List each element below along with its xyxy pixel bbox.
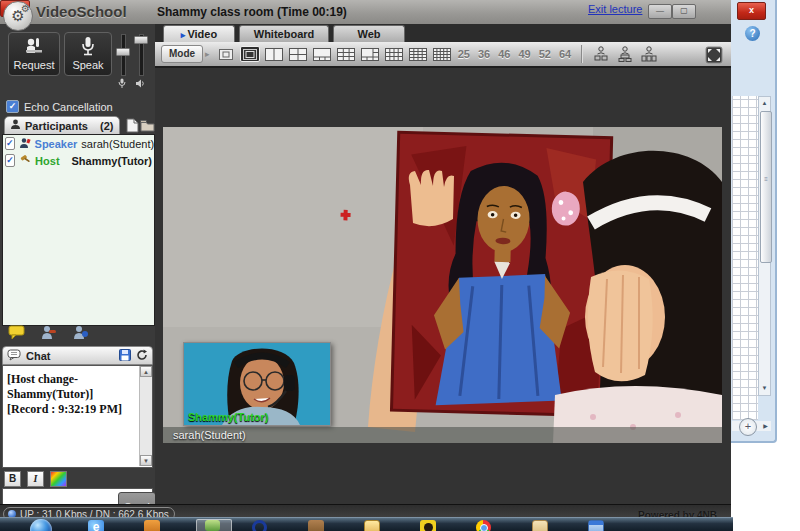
- layout-64-button[interactable]: 64: [559, 48, 571, 60]
- tab-web[interactable]: Web: [333, 25, 405, 42]
- fullscreen-icon[interactable]: [705, 46, 723, 64]
- participant-row[interactable]: ✓ Host Shammy(Tutor): [3, 152, 154, 169]
- title-bar: VideoSchool Shammy class room (Time 00:1…: [0, 0, 731, 25]
- scroll-up-icon[interactable]: ▲: [140, 366, 152, 377]
- layout-2split-icon[interactable]: [264, 46, 284, 62]
- mute-user-icon[interactable]: [40, 325, 58, 341]
- italic-button[interactable]: I: [27, 471, 44, 487]
- layout-4grid-icon[interactable]: [288, 46, 308, 62]
- layout-52-button[interactable]: 52: [539, 48, 551, 60]
- browser-scroll-down-icon[interactable]: ▼: [759, 383, 770, 394]
- participant-row[interactable]: ✓ Speaker sarah(Student): [3, 135, 154, 152]
- toolbar-separator: [581, 45, 583, 63]
- focus-plus4-icon[interactable]: [639, 46, 659, 62]
- focus-plus3-icon[interactable]: [615, 46, 635, 62]
- layout-1plus5-icon[interactable]: [360, 46, 380, 62]
- sidebar-tool-row: [8, 325, 90, 341]
- student-name-label: sarah(Student): [173, 429, 246, 441]
- speaker-icon: [134, 78, 146, 90]
- chat-header[interactable]: Chat: [2, 346, 153, 365]
- participant-name: Shammy(Tutor): [72, 155, 152, 167]
- taskbar-window-app-icon[interactable]: [588, 520, 604, 531]
- participants-count: (2): [100, 120, 113, 132]
- layout-1plus3-icon[interactable]: [312, 46, 332, 62]
- browser-zoom-button[interactable]: +: [739, 418, 757, 436]
- new-document-icon[interactable]: [126, 118, 140, 133]
- chat-message: [Record : 9:32:19 PM]: [7, 402, 138, 417]
- layout-fit-icon[interactable]: [240, 46, 260, 62]
- taskbar-videoschool-icon[interactable]: [205, 520, 220, 531]
- browser-scroll-thumb[interactable]: ≡: [760, 111, 772, 263]
- speaker-role-icon: [19, 137, 31, 151]
- app-logo-gear-icon: ⚙⚙: [3, 1, 33, 31]
- participants-icon: [10, 119, 21, 132]
- tab-whiteboard[interactable]: Whiteboard: [239, 25, 329, 42]
- participant-name: sarah(Student): [81, 138, 154, 150]
- chat-format-row: B I: [4, 471, 67, 487]
- echo-cancellation-label: Echo Cancellation: [24, 101, 113, 113]
- maximize-button[interactable]: ▢: [672, 4, 696, 19]
- speaker-volume-slider[interactable]: [134, 34, 146, 74]
- taskbar-ring-app-icon[interactable]: [252, 520, 267, 531]
- mic-slider-thumb[interactable]: [116, 48, 130, 56]
- save-chat-icon[interactable]: [119, 349, 131, 363]
- tab-video[interactable]: ▸Video: [163, 25, 235, 42]
- layout-9grid-icon[interactable]: [336, 46, 356, 62]
- taskbar-brown-app-icon[interactable]: [308, 520, 324, 531]
- taskbar-orange-app-icon[interactable]: [144, 520, 160, 531]
- layout-original-icon[interactable]: [216, 46, 236, 62]
- refresh-icon[interactable]: [136, 349, 148, 363]
- taskbar-folder-icon[interactable]: [364, 520, 380, 531]
- videoschool-window: VideoSchool Shammy class room (Time 00:1…: [0, 0, 731, 523]
- app-name: VideoSchool: [36, 3, 127, 20]
- speak-label: Speak: [72, 59, 103, 71]
- tutor-video-pip[interactable]: Shammy(Tutor): [183, 342, 331, 426]
- minimize-button[interactable]: —: [648, 4, 672, 19]
- request-label: Request: [14, 59, 55, 71]
- speak-button[interactable]: Speak: [64, 32, 112, 76]
- taskbar-ie-icon[interactable]: e: [88, 520, 104, 531]
- request-button[interactable]: Request: [8, 32, 60, 76]
- windows-taskbar: e: [0, 517, 733, 531]
- start-orb[interactable]: [30, 519, 52, 531]
- exit-lecture-link[interactable]: Exit lecture: [588, 3, 642, 15]
- private-user-icon[interactable]: [72, 325, 90, 341]
- echo-cancellation-checkbox[interactable]: ✓: [6, 100, 19, 113]
- taskbar-yellow-app-icon[interactable]: [420, 520, 436, 531]
- taskbar-folder2-icon[interactable]: [532, 520, 548, 531]
- background-browser-window: x ? ▲ ≡ ▼ ▶ +: [731, 0, 777, 443]
- scroll-down-icon[interactable]: ▼: [140, 455, 152, 466]
- speaker-slider-thumb[interactable]: [134, 36, 148, 44]
- browser-scroll-up-icon[interactable]: ▲: [759, 98, 770, 109]
- student-video-feed[interactable]: Shammy(Tutor) sarah(Student): [163, 127, 722, 443]
- chat-message-area[interactable]: [Host change-Shammy(Tutor)] [Record : 9:…: [2, 365, 153, 468]
- browser-vertical-scrollbar[interactable]: ▲ ≡ ▼: [758, 96, 771, 396]
- mode-button[interactable]: Mode: [161, 45, 203, 63]
- room-title: Shammy class room (Time 00:19): [157, 5, 347, 19]
- taskbar-chrome-icon[interactable]: [476, 520, 491, 531]
- chat-scrollbar[interactable]: ▲ ▼: [139, 366, 152, 466]
- bold-button[interactable]: B: [4, 471, 21, 487]
- chat-icon: [7, 349, 21, 363]
- chat-bubble-icon[interactable]: [8, 325, 26, 341]
- participant-checkbox[interactable]: ✓: [5, 154, 15, 167]
- layout-16grid-icon[interactable]: [408, 46, 428, 62]
- browser-help-icon[interactable]: ?: [745, 26, 760, 41]
- mic-volume-slider[interactable]: [116, 34, 128, 74]
- layout-46-button[interactable]: 46: [498, 48, 510, 60]
- participants-header[interactable]: Participants (2): [4, 116, 120, 135]
- chat-message: [Host change-Shammy(Tutor)]: [7, 372, 138, 402]
- participant-checkbox[interactable]: ✓: [5, 137, 15, 150]
- layout-49-button[interactable]: 49: [518, 48, 530, 60]
- font-color-button[interactable]: [50, 471, 67, 487]
- active-tab-arrow-icon: ▸: [181, 30, 186, 40]
- focus-plus2-icon[interactable]: [591, 46, 611, 62]
- layout-20grid-icon[interactable]: [432, 46, 452, 62]
- layout-25-button[interactable]: 25: [458, 48, 470, 60]
- browser-scroll-right-icon[interactable]: ▶: [760, 421, 771, 432]
- participants-list: ✓ Speaker sarah(Student) ✓ Host Shammy(T…: [2, 134, 155, 326]
- browser-close-button[interactable]: x: [737, 2, 766, 20]
- folder-icon[interactable]: [140, 118, 154, 133]
- layout-36-button[interactable]: 36: [478, 48, 490, 60]
- layout-12grid-icon[interactable]: [384, 46, 404, 62]
